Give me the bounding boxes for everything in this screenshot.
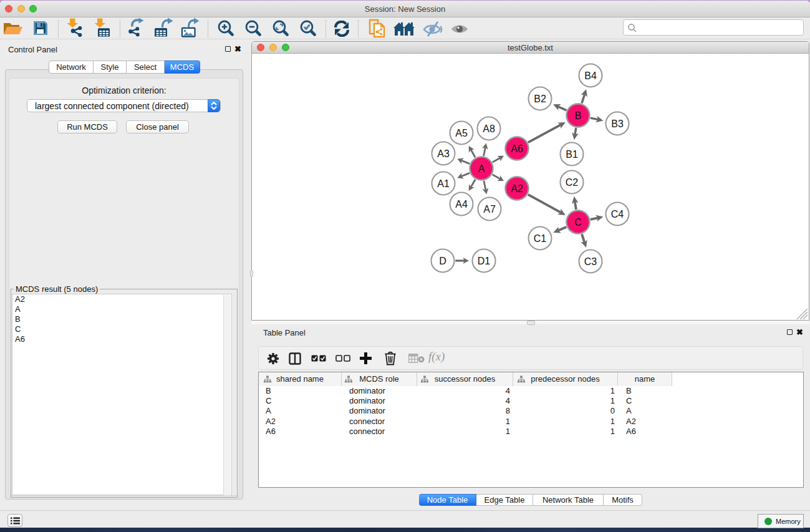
svg-text:B: B [575, 110, 582, 121]
svg-text:B1: B1 [566, 149, 578, 160]
svg-text:C2: C2 [566, 177, 579, 188]
svg-text:B2: B2 [534, 94, 546, 104]
svg-text:A8: A8 [483, 123, 495, 134]
svg-text:C3: C3 [584, 256, 597, 267]
svg-text:A: A [478, 163, 485, 174]
svg-text:B4: B4 [584, 70, 597, 81]
svg-text:C4: C4 [611, 209, 624, 220]
svg-text:A6: A6 [511, 143, 523, 154]
svg-text:A7: A7 [483, 204, 496, 215]
svg-text:A1: A1 [437, 178, 450, 189]
svg-text:C: C [574, 217, 582, 228]
svg-text:A2: A2 [511, 183, 523, 194]
svg-text:D: D [439, 256, 446, 266]
svg-text:D1: D1 [478, 256, 491, 266]
svg-text:A5: A5 [455, 128, 468, 138]
svg-text:A4: A4 [455, 199, 468, 210]
svg-text:B3: B3 [611, 118, 624, 129]
svg-text:C1: C1 [534, 233, 547, 244]
svg-text:A3: A3 [437, 148, 450, 159]
